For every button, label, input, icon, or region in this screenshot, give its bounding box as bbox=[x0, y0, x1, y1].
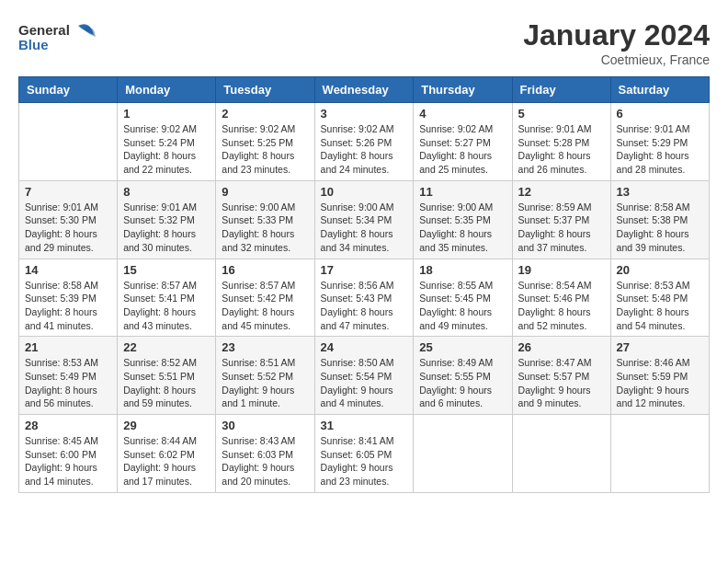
day-info: Sunrise: 8:57 AMSunset: 5:42 PMDaylight:… bbox=[222, 279, 308, 333]
day-number: 16 bbox=[222, 263, 308, 277]
day-cell: 29Sunrise: 8:44 AMSunset: 6:02 PMDayligh… bbox=[118, 415, 216, 493]
weekday-header-saturday: Saturday bbox=[610, 77, 709, 103]
day-cell: 31Sunrise: 8:41 AMSunset: 6:05 PMDayligh… bbox=[314, 415, 414, 493]
day-number: 7 bbox=[25, 185, 111, 199]
day-cell: 2Sunrise: 9:02 AMSunset: 5:25 PMDaylight… bbox=[216, 103, 314, 181]
location-title: Coetmieux, France bbox=[523, 52, 710, 67]
week-row-4: 21Sunrise: 8:53 AMSunset: 5:49 PMDayligh… bbox=[19, 337, 710, 415]
page-header: General Blue January 2024 Coetmieux, Fra… bbox=[18, 18, 710, 67]
svg-text:Blue: Blue bbox=[18, 37, 49, 52]
day-info: Sunrise: 8:46 AMSunset: 5:59 PMDaylight:… bbox=[617, 356, 703, 410]
day-info: Sunrise: 8:50 AMSunset: 5:54 PMDaylight:… bbox=[321, 356, 408, 410]
day-info: Sunrise: 9:02 AMSunset: 5:24 PMDaylight:… bbox=[123, 122, 210, 177]
day-number: 14 bbox=[25, 263, 111, 277]
day-number: 26 bbox=[518, 340, 605, 354]
day-info: Sunrise: 9:00 AMSunset: 5:35 PMDaylight:… bbox=[419, 201, 506, 255]
day-cell: 14Sunrise: 8:58 AMSunset: 5:39 PMDayligh… bbox=[19, 259, 118, 337]
day-info: Sunrise: 8:53 AMSunset: 5:49 PMDaylight:… bbox=[25, 356, 111, 410]
day-cell: 13Sunrise: 8:58 AMSunset: 5:38 PMDayligh… bbox=[610, 180, 709, 259]
day-cell: 8Sunrise: 9:01 AMSunset: 5:32 PMDaylight… bbox=[118, 180, 216, 259]
day-number: 6 bbox=[617, 107, 703, 121]
day-cell: 30Sunrise: 8:43 AMSunset: 6:03 PMDayligh… bbox=[216, 415, 314, 493]
day-cell: 1Sunrise: 9:02 AMSunset: 5:24 PMDaylight… bbox=[118, 103, 216, 181]
day-info: Sunrise: 8:47 AMSunset: 5:57 PMDaylight:… bbox=[518, 356, 605, 410]
day-number: 8 bbox=[123, 185, 210, 199]
logo-svg: General Blue bbox=[18, 18, 101, 57]
day-cell: 24Sunrise: 8:50 AMSunset: 5:54 PMDayligh… bbox=[314, 337, 414, 415]
calendar-table: SundayMondayTuesdayWednesdayThursdayFrid… bbox=[18, 76, 710, 493]
day-info: Sunrise: 9:02 AMSunset: 5:25 PMDaylight:… bbox=[222, 122, 308, 177]
day-cell: 10Sunrise: 9:00 AMSunset: 5:34 PMDayligh… bbox=[314, 180, 414, 259]
day-number: 17 bbox=[321, 263, 408, 277]
day-info: Sunrise: 8:54 AMSunset: 5:46 PMDaylight:… bbox=[518, 279, 605, 333]
day-number: 10 bbox=[321, 185, 408, 199]
day-cell: 20Sunrise: 8:53 AMSunset: 5:48 PMDayligh… bbox=[610, 259, 709, 337]
weekday-header-thursday: Thursday bbox=[414, 77, 512, 103]
day-number: 27 bbox=[617, 340, 703, 354]
week-row-3: 14Sunrise: 8:58 AMSunset: 5:39 PMDayligh… bbox=[19, 259, 710, 337]
weekday-header-wednesday: Wednesday bbox=[314, 77, 414, 103]
day-number: 31 bbox=[321, 419, 408, 432]
day-number: 24 bbox=[321, 340, 408, 354]
day-cell: 23Sunrise: 8:51 AMSunset: 5:52 PMDayligh… bbox=[216, 337, 314, 415]
weekday-header-row: SundayMondayTuesdayWednesdayThursdayFrid… bbox=[19, 77, 710, 103]
day-info: Sunrise: 8:58 AMSunset: 5:39 PMDaylight:… bbox=[25, 279, 111, 333]
day-info: Sunrise: 8:52 AMSunset: 5:51 PMDaylight:… bbox=[123, 356, 210, 410]
day-number: 13 bbox=[617, 185, 703, 199]
day-cell: 26Sunrise: 8:47 AMSunset: 5:57 PMDayligh… bbox=[512, 337, 610, 415]
day-number: 29 bbox=[123, 419, 210, 432]
svg-text:General: General bbox=[18, 22, 70, 38]
weekday-header-sunday: Sunday bbox=[19, 77, 118, 103]
day-info: Sunrise: 8:51 AMSunset: 5:52 PMDaylight:… bbox=[222, 356, 308, 410]
day-cell: 7Sunrise: 9:01 AMSunset: 5:30 PMDaylight… bbox=[19, 180, 118, 259]
day-info: Sunrise: 8:58 AMSunset: 5:38 PMDaylight:… bbox=[617, 201, 703, 255]
day-info: Sunrise: 8:57 AMSunset: 5:41 PMDaylight:… bbox=[123, 279, 210, 333]
day-number: 4 bbox=[419, 107, 506, 121]
weekday-header-monday: Monday bbox=[118, 77, 216, 103]
day-cell: 22Sunrise: 8:52 AMSunset: 5:51 PMDayligh… bbox=[118, 337, 216, 415]
title-section: January 2024 Coetmieux, France bbox=[523, 18, 710, 67]
day-number: 1 bbox=[123, 107, 210, 121]
day-info: Sunrise: 9:01 AMSunset: 5:30 PMDaylight:… bbox=[25, 201, 111, 255]
day-cell: 6Sunrise: 9:01 AMSunset: 5:29 PMDaylight… bbox=[610, 103, 709, 181]
day-cell: 16Sunrise: 8:57 AMSunset: 5:42 PMDayligh… bbox=[216, 259, 314, 337]
day-info: Sunrise: 9:02 AMSunset: 5:26 PMDaylight:… bbox=[321, 122, 408, 177]
month-title: January 2024 bbox=[523, 18, 710, 52]
day-cell: 15Sunrise: 8:57 AMSunset: 5:41 PMDayligh… bbox=[118, 259, 216, 337]
day-number: 9 bbox=[222, 185, 308, 199]
day-info: Sunrise: 8:56 AMSunset: 5:43 PMDaylight:… bbox=[321, 279, 408, 333]
day-info: Sunrise: 9:01 AMSunset: 5:29 PMDaylight:… bbox=[617, 122, 703, 177]
day-cell: 11Sunrise: 9:00 AMSunset: 5:35 PMDayligh… bbox=[414, 180, 512, 259]
weekday-header-tuesday: Tuesday bbox=[216, 77, 314, 103]
day-number: 12 bbox=[518, 185, 605, 199]
day-info: Sunrise: 8:41 AMSunset: 6:05 PMDaylight:… bbox=[321, 434, 408, 488]
day-cell: 3Sunrise: 9:02 AMSunset: 5:26 PMDaylight… bbox=[314, 103, 414, 181]
day-number: 25 bbox=[419, 340, 506, 354]
day-cell bbox=[414, 415, 512, 493]
day-cell bbox=[512, 415, 610, 493]
day-cell: 12Sunrise: 8:59 AMSunset: 5:37 PMDayligh… bbox=[512, 180, 610, 259]
day-number: 28 bbox=[25, 419, 111, 432]
day-number: 11 bbox=[419, 185, 506, 199]
day-info: Sunrise: 8:45 AMSunset: 6:00 PMDaylight:… bbox=[25, 434, 111, 488]
day-info: Sunrise: 8:53 AMSunset: 5:48 PMDaylight:… bbox=[617, 279, 703, 333]
day-cell: 27Sunrise: 8:46 AMSunset: 5:59 PMDayligh… bbox=[610, 337, 709, 415]
day-cell: 18Sunrise: 8:55 AMSunset: 5:45 PMDayligh… bbox=[414, 259, 512, 337]
day-cell bbox=[610, 415, 709, 493]
day-number: 5 bbox=[518, 107, 605, 121]
day-cell: 28Sunrise: 8:45 AMSunset: 6:00 PMDayligh… bbox=[19, 415, 118, 493]
day-number: 19 bbox=[518, 263, 605, 277]
day-number: 20 bbox=[617, 263, 703, 277]
day-info: Sunrise: 8:43 AMSunset: 6:03 PMDaylight:… bbox=[222, 434, 308, 488]
day-cell: 17Sunrise: 8:56 AMSunset: 5:43 PMDayligh… bbox=[314, 259, 414, 337]
day-cell: 4Sunrise: 9:02 AMSunset: 5:27 PMDaylight… bbox=[414, 103, 512, 181]
day-number: 30 bbox=[222, 419, 308, 432]
day-cell: 5Sunrise: 9:01 AMSunset: 5:28 PMDaylight… bbox=[512, 103, 610, 181]
day-number: 18 bbox=[419, 263, 506, 277]
day-cell: 19Sunrise: 8:54 AMSunset: 5:46 PMDayligh… bbox=[512, 259, 610, 337]
day-info: Sunrise: 9:02 AMSunset: 5:27 PMDaylight:… bbox=[419, 122, 506, 177]
day-info: Sunrise: 8:55 AMSunset: 5:45 PMDaylight:… bbox=[419, 279, 506, 333]
weekday-header-friday: Friday bbox=[512, 77, 610, 103]
day-cell: 21Sunrise: 8:53 AMSunset: 5:49 PMDayligh… bbox=[19, 337, 118, 415]
day-info: Sunrise: 9:00 AMSunset: 5:33 PMDaylight:… bbox=[222, 201, 308, 255]
